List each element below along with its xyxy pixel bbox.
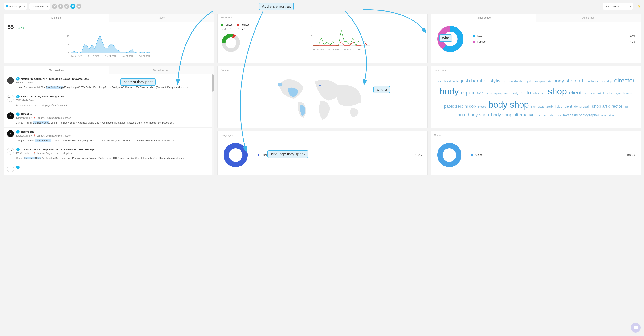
positive-pct: 29.1% [221,27,232,31]
topic-cloud-card: Topic cloud kaz takahashi josh bamber st… [431,66,641,128]
tab-top-mentions[interactable]: Top mentions [4,66,109,74]
mention-title: TBS Vegan [21,130,34,133]
tab-author-age[interactable]: Author age [536,14,641,22]
topic-word[interactable]: paolo zerbini dop [444,103,476,109]
topic-word[interactable]: skin [477,90,484,96]
mention-snippet: ...Vegan" film for the Body Shop. Client… [16,139,211,142]
languages-donut [223,143,248,167]
topic-word[interactable]: kaz takahashi [438,79,458,84]
mention-title: 013. White Musk Prospecting_9_16 - CLEAN… [21,148,95,151]
topic-word[interactable]: body [440,85,459,98]
topic-word[interactable]: erin [557,114,561,117]
mention-subtitle: Katcat Studio • 📍 London, England, Unite… [16,117,211,119]
topic-word[interactable]: repair [461,89,475,97]
mention-item[interactable]: KvTBS VeganKatcat Studio • 📍 London, Eng… [4,127,214,145]
topic-word[interactable]: art [504,80,507,84]
topic-word[interactable]: repairs [525,80,533,84]
tab-reach[interactable]: Reach [109,14,214,22]
instagram-icon[interactable] [64,4,69,9]
sparkle-icon[interactable]: ✨ [636,4,641,9]
topic-word[interactable]: shop art director [592,103,622,109]
topic-word[interactable]: takahashi [510,79,522,84]
sources-card: Sources Vimeo 100.0% [431,131,641,176]
mention-note: No preview text can be displayed for thi… [16,103,211,107]
avatar: K [7,112,14,119]
mention-title: Rick's Auto Body Shop: Hiring Video [21,95,64,98]
topic-word[interactable]: takahashi photographer [563,113,599,118]
reddit-icon[interactable] [76,4,82,9]
svg-text:0: 0 [68,52,69,54]
topic-word[interactable]: lorna [486,92,492,96]
topic-word[interactable]: auto body shop [458,111,489,118]
brand-filter-dropdown[interactable]: body shop ▾ [4,3,27,10]
topic-word[interactable]: bamber [624,92,632,96]
topic-word[interactable]: agency [494,92,502,96]
topic-word[interactable]: paolo [538,105,544,109]
svg-point-29 [226,146,245,164]
topic-word[interactable]: auto body [504,91,518,96]
mention-list[interactable]: vMotion Animation VFX | Ricardo de Sousa… [4,74,214,175]
world-map[interactable] [218,74,427,123]
mention-item[interactable]: K|Ov013. White Musk Prospecting_9_16 - C… [4,145,214,163]
scrollbar-thumb[interactable] [212,74,214,92]
compare-button[interactable]: + Compare ▾ [29,3,50,10]
topic-word[interactable]: body shop [488,98,529,111]
topic-word[interactable]: art director [597,91,613,96]
annotation-where: where [374,86,390,93]
countries-card: Countries [217,66,428,128]
topic-word[interactable]: dop [607,79,612,84]
topic-word[interactable]: body shop art [553,77,583,85]
topic-cloud[interactable]: kaz takahashi josh bamber stylist art ta… [431,74,641,122]
topic-word[interactable]: zerbini dop [546,104,562,109]
topic-word[interactable]: hair [531,105,536,109]
tab-top-influencers[interactable]: Top influencers [109,66,214,74]
mentions-chart: 10 5 0 Jan 10, 2022 Jan 17, 2022 Jan 24,… [8,32,210,59]
scrollbar-track[interactable] [212,74,214,175]
topic-word[interactable]: dent repair [574,104,590,109]
social-source-toggles [52,4,82,9]
twitter-icon[interactable] [52,4,57,9]
topic-word[interactable]: shop [548,85,567,98]
topic-word[interactable]: stylist [615,92,621,96]
mentions-card: Mentions Reach 55 +1.3K% 10 5 0 Jan 10, … [4,14,214,63]
mention-item[interactable]: TJ21vRick's Auto Body Shop: Hiring Video… [4,92,214,110]
vimeo-icon: v [16,95,20,98]
mention-item[interactable]: vMotion Animation VFX | Ricardo de Sousa… [4,74,214,92]
topic-word[interactable]: paolo zerbini [586,79,605,84]
topic-word[interactable]: client [569,89,582,97]
svg-text:Jan 18, 2022: Jan 18, 2022 [328,49,339,51]
chevron-down-icon: ▾ [47,5,48,8]
date-range-dropdown[interactable]: Last 30 days ▾ [603,3,633,10]
mention-item[interactable]: KvTBS AloeKatcat Studio • 📍 London, Engl… [4,110,214,127]
svg-text:Jan 10, 2022: Jan 10, 2022 [71,55,82,57]
svg-text:0: 0 [311,45,312,47]
tab-author-gender[interactable]: Author gender [431,14,536,22]
card-title: Countries [218,66,427,74]
vimeo-icon[interactable] [70,4,75,9]
vimeo-icon: v [16,112,20,116]
top-mentions-card: Top mentions Top influencers vMotion Ani… [4,66,214,176]
svg-text:Jan 31, 2022: Jan 31, 2022 [122,55,133,57]
topic-word[interactable]: mcgee [478,105,486,109]
topic-word[interactable]: alternative [601,113,614,118]
mention-subtitle: TJ21 Media Group [16,99,211,102]
svg-text:Jan 26, 2022: Jan 26, 2022 [343,49,354,51]
topic-word[interactable]: shop art [533,91,546,96]
topic-word[interactable]: bamber stylist [537,113,554,118]
topic-word[interactable]: josh [584,91,589,96]
facebook-icon[interactable] [58,4,63,9]
mention-subtitle: KO Collective • 📍 London, England, Unite… [16,152,211,155]
svg-point-5 [79,6,80,7]
topic-word[interactable]: mcgee hair [535,79,551,84]
topic-word[interactable]: body shop alternative [491,111,534,118]
topic-word[interactable]: josh bamber stylist [461,77,502,85]
topic-word[interactable]: use [624,105,628,109]
tab-mentions[interactable]: Mentions [4,14,109,22]
topic-word[interactable]: dent [564,103,572,109]
mention-item[interactable]: v [4,163,214,175]
svg-text:Feb 07, 2022: Feb 07, 2022 [139,55,150,57]
brand-filter-label: body shop [9,5,21,8]
topic-word[interactable]: auto [521,89,531,97]
topic-word[interactable]: director [614,76,635,85]
topic-word[interactable]: kaz [591,92,595,96]
